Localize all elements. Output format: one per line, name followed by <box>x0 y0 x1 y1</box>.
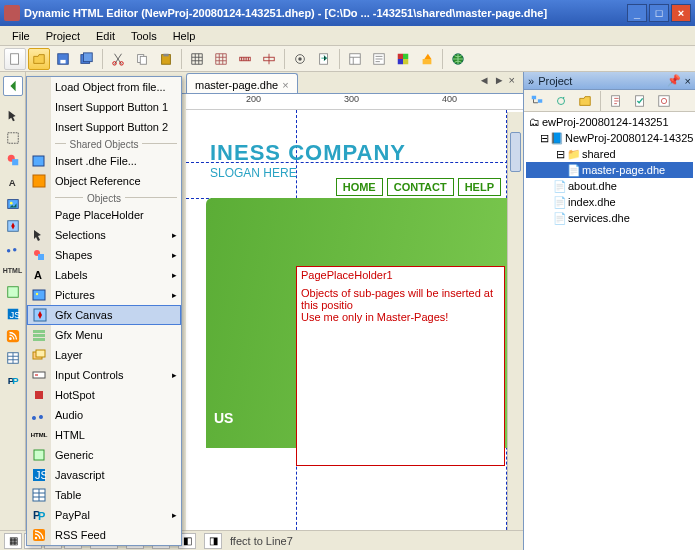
align-center-button[interactable] <box>258 48 280 70</box>
pin-icon[interactable]: 📌 <box>667 74 681 87</box>
nav-help-button[interactable]: HELP <box>458 178 501 196</box>
design-canvas[interactable]: INESS COMPANY SLOGAN HERE HOME CONTACT H… <box>186 110 523 550</box>
maximize-button[interactable]: □ <box>649 4 669 22</box>
sb-layout-1-button[interactable]: ▦ <box>4 533 22 549</box>
contact-us-label[interactable]: US <box>214 410 233 426</box>
menu-html[interactable]: HTMLHTML <box>27 425 181 445</box>
project-refresh-button[interactable] <box>550 90 572 112</box>
tab-master-page[interactable]: master-page.dhe × <box>186 73 298 93</box>
grid-toggle-button[interactable] <box>186 48 208 70</box>
preview-button[interactable] <box>289 48 311 70</box>
export-button[interactable] <box>313 48 335 70</box>
tree-file-services[interactable]: 📄services.dhe <box>526 210 693 226</box>
snap-grid-button[interactable] <box>210 48 232 70</box>
project-props-button[interactable] <box>653 90 675 112</box>
svg-point-51 <box>36 293 38 295</box>
tree-file-about[interactable]: 📄about.dhe <box>526 178 693 194</box>
tab-close-icon[interactable]: × <box>282 79 288 91</box>
canvas-tool-icon[interactable] <box>3 216 23 236</box>
project-tree-button[interactable] <box>526 90 548 112</box>
tree-file-index[interactable]: 📄index.dhe <box>526 194 693 210</box>
menu-layer[interactable]: Layer <box>27 345 181 365</box>
menu-support-button-2[interactable]: Insert Support Button 2 <box>27 117 181 137</box>
sb-extra-2-button[interactable]: ◨ <box>204 533 222 549</box>
project-check-button[interactable] <box>629 90 651 112</box>
menu-selections[interactable]: Selections▸ <box>27 225 181 245</box>
menu-insert-dhe[interactable]: Insert .dhe File... <box>27 151 181 171</box>
close-button[interactable]: × <box>671 4 691 22</box>
picture-tool-icon[interactable] <box>3 194 23 214</box>
tree-project-node[interactable]: ⊟📘NewProj-20080124-14325 <box>526 130 693 146</box>
rss-tool-icon[interactable] <box>3 326 23 346</box>
menu-load-object[interactable]: Load Object from file... <box>27 77 181 97</box>
panel-expand-icon[interactable]: » <box>528 75 534 87</box>
menu-audio[interactable]: Audio <box>27 405 181 425</box>
menu-help[interactable]: Help <box>165 28 204 44</box>
saveall-button[interactable] <box>76 48 98 70</box>
open-button[interactable] <box>28 48 50 70</box>
shape-tool-icon[interactable] <box>3 150 23 170</box>
page-props-button[interactable] <box>368 48 390 70</box>
new-button[interactable] <box>4 48 26 70</box>
tab-prev-icon[interactable]: ◄ <box>479 74 490 86</box>
tree-folder-shared[interactable]: ⊟📁shared <box>526 146 693 162</box>
tree-root[interactable]: 🗂ewProj-20080124-143251 <box>526 114 693 130</box>
fill-button[interactable] <box>416 48 438 70</box>
javascript-tool-icon[interactable]: JS <box>3 304 23 324</box>
go-back-icon[interactable] <box>3 76 23 96</box>
menu-page-placeholder[interactable]: Page PlaceHolder <box>27 205 181 225</box>
tab-next-icon[interactable]: ► <box>494 74 505 86</box>
colors-button[interactable] <box>392 48 414 70</box>
svg-rect-55 <box>33 338 45 341</box>
menu-support-button-1[interactable]: Insert Support Button 1 <box>27 97 181 117</box>
menu-rss-feed[interactable]: RSS Feed <box>27 525 181 545</box>
cut-button[interactable] <box>107 48 129 70</box>
paypal-tool-icon[interactable]: PP <box>3 370 23 390</box>
table-tool-icon[interactable] <box>3 348 23 368</box>
menu-input-controls[interactable]: Input Controls▸ <box>27 365 181 385</box>
page-placeholder-object[interactable]: PagePlaceHolder1 Objects of sub-pages wi… <box>296 266 505 466</box>
horizontal-ruler: 200 300 400 <box>186 94 523 110</box>
menu-edit[interactable]: Edit <box>88 28 123 44</box>
menu-gfx-menu[interactable]: Gfx Menu <box>27 325 181 345</box>
menu-javascript[interactable]: JSJavascript <box>27 465 181 485</box>
svg-rect-54 <box>33 334 45 337</box>
nav-contact-button[interactable]: CONTACT <box>387 178 454 196</box>
page-layout-button[interactable] <box>344 48 366 70</box>
menu-gfx-canvas[interactable]: Gfx Canvas <box>27 305 181 325</box>
project-new-folder-button[interactable] <box>574 90 596 112</box>
generic-tool-icon[interactable] <box>3 282 23 302</box>
panel-close-icon[interactable]: × <box>685 75 691 87</box>
menu-file[interactable]: File <box>4 28 38 44</box>
minimize-button[interactable]: _ <box>627 4 647 22</box>
globe-button[interactable] <box>447 48 469 70</box>
ruler-button[interactable] <box>234 48 256 70</box>
project-new-page-button[interactable] <box>605 90 627 112</box>
menu-object-reference[interactable]: Object Reference <box>27 171 181 191</box>
html-tool-icon[interactable]: HTML <box>3 260 23 280</box>
menu-shapes[interactable]: Shapes▸ <box>27 245 181 265</box>
nav-home-button[interactable]: HOME <box>336 178 383 196</box>
tree-file-master[interactable]: 📄master-page.dhe <box>526 162 693 178</box>
project-tree[interactable]: 🗂ewProj-20080124-143251 ⊟📘NewProj-200801… <box>524 112 695 550</box>
copy-button[interactable] <box>131 48 153 70</box>
menu-pictures[interactable]: Pictures▸ <box>27 285 181 305</box>
menu-labels[interactable]: ALabels▸ <box>27 265 181 285</box>
menu-hotspot[interactable]: HotSpot <box>27 385 181 405</box>
vertical-scrollbar[interactable] <box>507 112 523 530</box>
pointer-tool-icon[interactable] <box>3 106 23 126</box>
scrollbar-thumb[interactable] <box>510 132 521 172</box>
text-tool-icon[interactable]: A <box>3 172 23 192</box>
tab-close-icon[interactable]: × <box>509 74 515 86</box>
menu-table[interactable]: Table <box>27 485 181 505</box>
menu-project[interactable]: Project <box>38 28 88 44</box>
audio-tool-icon[interactable] <box>3 238 23 258</box>
paste-button[interactable] <box>155 48 177 70</box>
company-text[interactable]: INESS COMPANY <box>210 140 406 166</box>
save-button[interactable] <box>52 48 74 70</box>
menu-tools[interactable]: Tools <box>123 28 165 44</box>
marquee-tool-icon[interactable] <box>3 128 23 148</box>
menu-paypal[interactable]: PPPayPal▸ <box>27 505 181 525</box>
menu-generic[interactable]: Generic <box>27 445 181 465</box>
slogan-text[interactable]: SLOGAN HERE <box>210 166 297 180</box>
